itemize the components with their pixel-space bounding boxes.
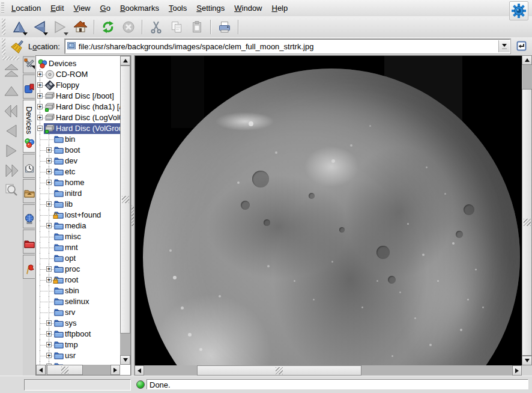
home-button[interactable] (71, 17, 90, 37)
tree-item-usr[interactable]: +usr (36, 350, 120, 361)
expand-icon[interactable]: + (46, 158, 52, 163)
tree-item-opt[interactable]: opt (36, 253, 120, 264)
tree-item-devices[interactable]: Devices (36, 58, 120, 69)
menu-location[interactable]: Location (7, 1, 46, 15)
forward-button[interactable] (50, 17, 70, 37)
tree-item-tmp[interactable]: +tmp (36, 340, 120, 350)
scroll-up-button[interactable] (120, 56, 130, 66)
sidebar-tab-home-folder[interactable] (23, 179, 35, 203)
expand-icon[interactable]: + (37, 93, 43, 99)
expand-icon[interactable]: + (37, 115, 43, 120)
sidebar-tab-network[interactable] (23, 204, 35, 228)
expand-icon[interactable]: + (46, 180, 52, 185)
menu-edit[interactable]: Edit (46, 1, 68, 15)
go-button[interactable] (514, 38, 530, 54)
scrollbar-thumb[interactable] (47, 365, 83, 375)
tree-item-root[interactable]: +root (36, 275, 120, 285)
copy-button[interactable] (167, 17, 186, 37)
expand-icon[interactable]: + (46, 320, 52, 326)
double-up-button[interactable] (2, 62, 20, 81)
sidebar-tab-devices[interactable]: Devices (23, 100, 35, 153)
tree-item-initrd[interactable]: initrd (36, 188, 120, 199)
stop-button[interactable] (119, 17, 138, 37)
scroll-left-button[interactable] (36, 365, 46, 375)
tree-item-hard-disc-hda1-[interactable]: +Hard Disc (hda1) [/ (36, 102, 120, 112)
tree-item-sys[interactable]: +sys (36, 318, 120, 329)
tree-item-home[interactable]: +home (36, 177, 120, 188)
tree-item-misc[interactable]: misc (36, 231, 120, 242)
clear-location-button[interactable] (10, 38, 26, 55)
tree-item-bin[interactable]: bin (36, 134, 120, 145)
tree-item-media[interactable]: +media (36, 221, 120, 231)
tree-item-srv[interactable]: srv (36, 307, 120, 318)
expand-icon[interactable]: + (46, 169, 52, 174)
tree-item-cd-rom[interactable]: +CD-ROM (36, 69, 120, 80)
scroll-right-button[interactable] (512, 365, 522, 376)
tree-item-tftpboot[interactable]: +tftpboot (36, 329, 120, 340)
menu-window[interactable]: Window (229, 1, 267, 15)
expand-icon[interactable]: + (46, 277, 52, 282)
dropdown-arrow-icon[interactable] (64, 32, 68, 35)
forward-button[interactable] (2, 142, 20, 160)
expand-icon[interactable]: + (46, 353, 52, 358)
location-input[interactable] (79, 42, 498, 51)
expand-icon[interactable]: + (37, 72, 43, 77)
menubar-handle[interactable] (1, 2, 4, 14)
dropdown-arrow-icon[interactable] (43, 32, 48, 35)
collapse-icon[interactable]: − (37, 126, 43, 131)
scrollbar-thumb[interactable] (522, 89, 532, 356)
back-button[interactable] (2, 122, 20, 140)
dropdown-arrow-icon[interactable] (23, 32, 28, 35)
menu-go[interactable]: Go (95, 1, 115, 15)
expand-icon[interactable]: + (37, 104, 43, 109)
print-button[interactable] (215, 17, 234, 37)
tree-item-proc[interactable]: +proc (36, 264, 120, 275)
expand-icon[interactable]: + (37, 82, 43, 88)
extra-toolbar-handle[interactable] (2, 56, 19, 60)
up-button[interactable] (2, 82, 20, 100)
sidebar-tab-services[interactable] (23, 255, 35, 279)
splitter-grip[interactable] (131, 206, 134, 226)
paste-button[interactable] (187, 17, 207, 37)
scroll-left-button[interactable] (135, 365, 144, 376)
scrollbar-thumb[interactable] (197, 365, 361, 376)
tree-item-sbin[interactable]: sbin (36, 285, 120, 296)
tree-item-mnt[interactable]: mnt (36, 242, 120, 253)
tree-item-boot[interactable]: +boot (36, 145, 120, 156)
tree-item-floppy[interactable]: +Floppy (36, 80, 120, 91)
back-button[interactable] (30, 17, 49, 37)
menu-help[interactable]: Help (267, 1, 293, 15)
tree-item-lib[interactable]: +lib (36, 199, 120, 210)
toolbar-handle[interactable] (2, 19, 5, 35)
menu-bookmarks[interactable]: Bookmarks (115, 1, 164, 15)
menu-view[interactable]: View (69, 1, 95, 15)
reload-button[interactable] (98, 17, 118, 37)
expand-icon[interactable]: + (46, 201, 52, 207)
scroll-down-button[interactable] (120, 355, 130, 365)
sidebar-tab-configure[interactable] (23, 56, 35, 73)
tree-item-etc[interactable]: +etc (36, 166, 120, 177)
expand-icon[interactable]: + (46, 342, 52, 347)
tree-item-hard-disc-logvol0[interactable]: +Hard Disc (LogVol0 (36, 112, 120, 123)
tree-item-hard-disc-boot-[interactable]: +Hard Disc [/boot] (36, 91, 120, 102)
tree-item-selinux[interactable]: selinux (36, 296, 120, 307)
scrollbar-thumb[interactable] (120, 66, 130, 334)
scroll-down-button[interactable] (522, 356, 532, 365)
menu-tools[interactable]: Tools (164, 1, 192, 15)
sidebar-tab-history[interactable] (23, 154, 35, 178)
menu-settings[interactable]: Settings (192, 1, 229, 15)
search-button[interactable] (2, 181, 20, 200)
scroll-right-button[interactable] (110, 365, 120, 375)
sidebar-tab-bookmarks[interactable] (23, 75, 35, 99)
tree-item-dev[interactable]: +dev (36, 156, 120, 166)
sidebar-tab-root-folder[interactable] (23, 230, 35, 254)
expand-icon[interactable]: + (46, 147, 52, 153)
cut-button[interactable] (147, 17, 166, 37)
location-toolbar-handle[interactable] (2, 38, 5, 55)
location-dropdown-button[interactable] (498, 40, 510, 52)
scroll-up-button[interactable] (522, 55, 532, 65)
double-forward-button[interactable] (2, 162, 20, 180)
expand-icon[interactable]: + (46, 331, 52, 337)
tree-item-hard-disc-volgrou[interactable]: −Hard Disc (VolGrou (36, 123, 120, 134)
expand-icon[interactable]: + (46, 266, 52, 272)
